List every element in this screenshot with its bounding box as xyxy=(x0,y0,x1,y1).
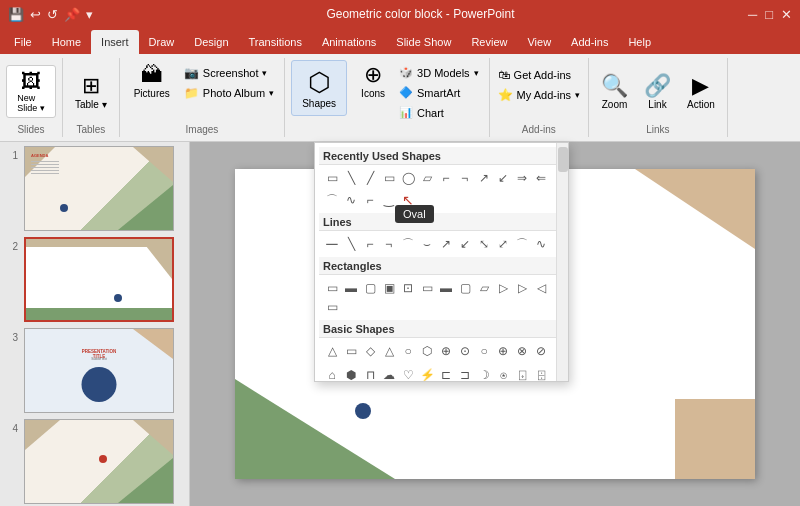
shape-item[interactable]: ⌐ xyxy=(380,235,398,253)
shape-item[interactable]: ▢ xyxy=(361,279,379,297)
shape-item[interactable]: ⌣ xyxy=(418,235,436,253)
shape-item[interactable]: ∿ xyxy=(532,235,550,253)
shape-item[interactable]: ♡ xyxy=(399,366,417,382)
slide-panel[interactable]: 1 AGENDA 2 xyxy=(0,142,190,506)
tab-file[interactable]: File xyxy=(4,30,42,54)
shape-item[interactable]: ☽ xyxy=(475,366,493,382)
shape-item[interactable]: ⌺ xyxy=(513,366,531,382)
chart-button[interactable]: 📊 Chart xyxy=(395,104,483,121)
shape-item[interactable]: ○ xyxy=(475,342,493,360)
shape-item[interactable]: ↖ xyxy=(399,191,417,209)
pictures-button[interactable]: 🏔 Pictures xyxy=(126,60,178,101)
slide-item-4[interactable]: 4 xyxy=(4,419,185,504)
shape-item[interactable]: ▢ xyxy=(456,279,474,297)
slide-thumb-3[interactable]: PRESENTATIONTITLE Subtitle text xyxy=(24,328,174,413)
shape-item[interactable]: ╲ xyxy=(342,169,360,187)
redo-icon[interactable]: ↺ xyxy=(47,7,58,22)
shape-item[interactable]: ↗ xyxy=(475,169,493,187)
photo-album-button[interactable]: 📁 Photo Album ▾ xyxy=(180,84,278,102)
shape-item[interactable]: ⌹ xyxy=(532,366,550,382)
shape-item[interactable]: ╱ xyxy=(361,169,379,187)
maximize-icon[interactable]: □ xyxy=(765,7,773,22)
shape-item[interactable]: ▭ xyxy=(323,298,341,316)
smartart-button[interactable]: 🔷 SmartArt xyxy=(395,84,483,101)
shape-item[interactable]: ☁ xyxy=(380,366,398,382)
shape-item[interactable]: ⚡ xyxy=(418,366,436,382)
shape-item[interactable]: ▭ xyxy=(323,169,341,187)
tab-draw[interactable]: Draw xyxy=(139,30,185,54)
shape-item[interactable]: ▱ xyxy=(475,279,493,297)
shape-item[interactable]: ▭ xyxy=(418,279,436,297)
table-button[interactable]: ⊞ Table ▾ xyxy=(69,69,113,114)
shape-item[interactable]: ↙ xyxy=(456,235,474,253)
shape-item[interactable]: ─ xyxy=(323,235,341,253)
shape-item[interactable]: ⇐ xyxy=(532,169,550,187)
shape-item[interactable]: ▱ xyxy=(418,169,436,187)
shape-item[interactable]: ⌒ xyxy=(513,235,531,253)
shape-item[interactable]: ⤡ xyxy=(475,235,493,253)
shape-item[interactable]: ◁ xyxy=(532,279,550,297)
shape-item[interactable]: ⍟ xyxy=(494,366,512,382)
shape-item[interactable]: ↗ xyxy=(437,235,455,253)
pin-icon[interactable]: 📌 xyxy=(64,7,80,22)
action-button[interactable]: ▶ Action xyxy=(681,71,721,112)
shape-item[interactable]: ⤢ xyxy=(494,235,512,253)
shapes-button[interactable]: ⬡ Shapes xyxy=(291,60,347,116)
shape-item[interactable]: ⊘ xyxy=(532,342,550,360)
shape-item[interactable]: ▭ xyxy=(342,342,360,360)
minimize-icon[interactable]: ─ xyxy=(748,7,757,22)
shape-item[interactable]: ⌒ xyxy=(323,191,341,209)
shape-item[interactable]: ⊕ xyxy=(437,342,455,360)
tab-view[interactable]: View xyxy=(517,30,561,54)
scroll-thumb[interactable] xyxy=(558,147,568,172)
shape-item[interactable]: ⊗ xyxy=(513,342,531,360)
shape-item[interactable]: ▬ xyxy=(437,279,455,297)
shape-item[interactable]: ⊕ xyxy=(494,342,512,360)
tab-insert[interactable]: Insert xyxy=(91,30,139,54)
slide-item-2[interactable]: 2 xyxy=(4,237,185,322)
scroll-bar[interactable] xyxy=(556,143,568,381)
slide-item-3[interactable]: 3 PRESENTATIONTITLE Subtitle text xyxy=(4,328,185,413)
shape-item[interactable]: ⊓ xyxy=(361,366,379,382)
tab-help[interactable]: Help xyxy=(618,30,661,54)
more-icon[interactable]: ▾ xyxy=(86,7,93,22)
link-button[interactable]: 🔗 Link xyxy=(638,71,677,112)
slide-item-1[interactable]: 1 AGENDA xyxy=(4,146,185,231)
shape-item[interactable]: ▣ xyxy=(380,279,398,297)
slide-thumb-2[interactable] xyxy=(24,237,174,322)
shape-item[interactable]: ▬ xyxy=(342,279,360,297)
save-icon[interactable]: 💾 xyxy=(8,7,24,22)
tab-addins[interactable]: Add-ins xyxy=(561,30,618,54)
icons-button[interactable]: ⊕ Icons xyxy=(355,60,391,101)
tab-slideshow[interactable]: Slide Show xyxy=(386,30,461,54)
shape-item[interactable]: ‿ xyxy=(380,191,398,209)
tab-animations[interactable]: Animations xyxy=(312,30,386,54)
shape-item[interactable]: ⌂ xyxy=(323,366,341,382)
shape-item[interactable]: ○ xyxy=(399,342,417,360)
shape-item[interactable]: ⊏ xyxy=(437,366,455,382)
slide-thumb-1[interactable]: AGENDA xyxy=(24,146,174,231)
shape-item[interactable]: ⊡ xyxy=(399,279,417,297)
shape-item[interactable]: ▭ xyxy=(323,279,341,297)
shape-item[interactable]: ⌐ xyxy=(361,235,379,253)
shape-item[interactable]: ▷ xyxy=(494,279,512,297)
new-slide-button[interactable]: 🖼 NewSlide ▾ xyxy=(6,65,56,118)
shape-item[interactable]: △ xyxy=(380,342,398,360)
shape-item[interactable]: ⊐ xyxy=(456,366,474,382)
shape-item[interactable]: ⌐ xyxy=(437,169,455,187)
shape-item[interactable]: △ xyxy=(323,342,341,360)
screenshot-button[interactable]: 📷 Screenshot ▾ xyxy=(180,64,278,82)
shape-item[interactable]: ╲ xyxy=(342,235,360,253)
shape-item[interactable]: ◯ xyxy=(399,169,417,187)
shape-item[interactable]: ⊙ xyxy=(456,342,474,360)
slide-thumb-4[interactable] xyxy=(24,419,174,504)
shape-item[interactable]: ↙ xyxy=(494,169,512,187)
shape-panel[interactable]: Recently Used Shapes ▭ ╲ ╱ ▭ ◯ ▱ ⌐ ⌐ ↗ ↙… xyxy=(314,142,569,382)
shape-item[interactable]: ∿ xyxy=(342,191,360,209)
shape-item[interactable]: ◇ xyxy=(361,342,379,360)
tab-transitions[interactable]: Transitions xyxy=(239,30,312,54)
undo-icon[interactable]: ↩ xyxy=(30,7,41,22)
shape-item[interactable]: ⬡ xyxy=(418,342,436,360)
shape-item[interactable]: ⌒ xyxy=(399,235,417,253)
shape-item[interactable]: ⬢ xyxy=(342,366,360,382)
